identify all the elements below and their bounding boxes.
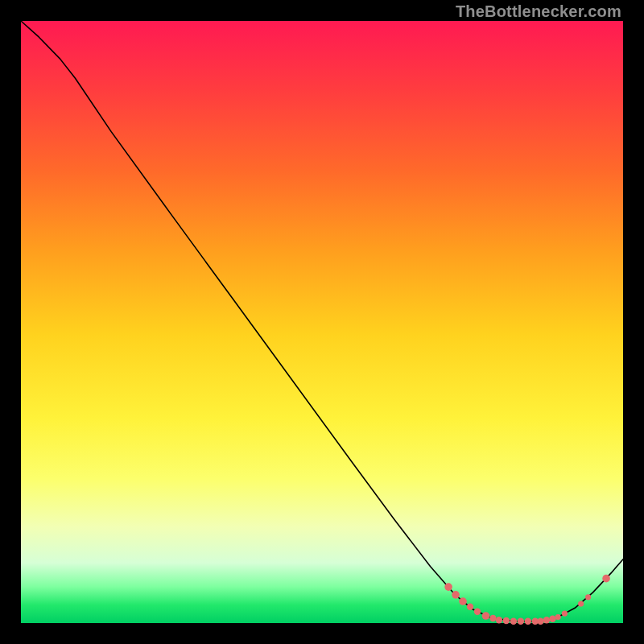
data-point [537, 618, 543, 625]
data-point [444, 583, 452, 591]
data-point [489, 615, 496, 621]
attribution-text: TheBottlenecker.com [456, 3, 621, 19]
data-point [482, 612, 490, 620]
data-point [562, 610, 568, 616]
data-point [578, 601, 584, 606]
data-point [459, 597, 467, 605]
data-point [549, 616, 555, 622]
data-point [510, 618, 517, 625]
data-point [496, 617, 502, 623]
bottleneck-curve [21, 21, 623, 621]
data-point [602, 575, 610, 583]
data-point [452, 591, 460, 599]
data-point [585, 594, 591, 600]
data-point [518, 618, 524, 625]
data-point [543, 617, 550, 623]
chart-stage: TheBottlenecker.com [0, 0, 644, 644]
data-point [555, 614, 561, 620]
chart-overlay [21, 21, 623, 623]
data-point [474, 609, 481, 615]
data-point [503, 617, 510, 624]
data-point [525, 618, 531, 625]
data-point [467, 604, 473, 610]
